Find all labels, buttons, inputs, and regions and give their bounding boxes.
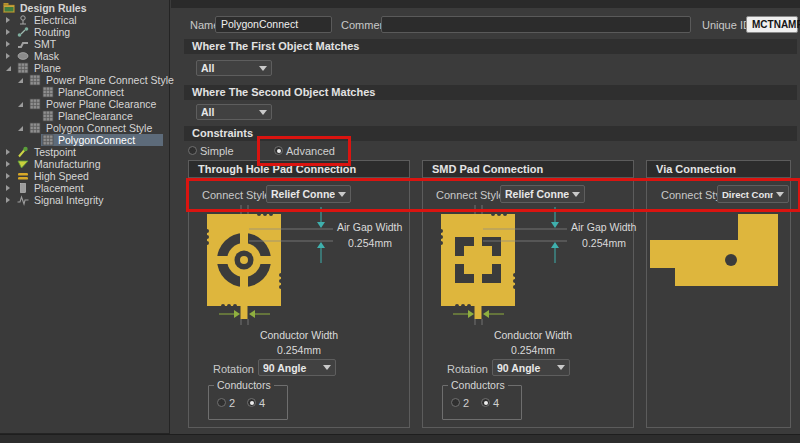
- tree-item-routing[interactable]: Routing: [0, 26, 169, 38]
- mode-radio-advanced-label: Advanced: [286, 144, 335, 158]
- tree-expand-arrow-icon[interactable]: [6, 29, 10, 35]
- tree-item-label: Signal Integrity: [32, 194, 105, 206]
- rule-grid-icon: [29, 122, 41, 134]
- tree-item-label: Routing: [32, 26, 72, 38]
- connect-style-value: Direct Connect: [722, 189, 773, 200]
- conductors-radio-2-label: 2: [229, 396, 235, 410]
- air-gap-width-value: 0.254mm: [571, 237, 637, 249]
- air-gap-width-label: Air Gap Width: [571, 221, 643, 233]
- placement-icon: [17, 182, 29, 194]
- conductor-width-label: Conductor Width: [241, 329, 357, 341]
- tree-expand-arrow-icon[interactable]: [6, 17, 10, 23]
- rotation-dropdown[interactable]: 90 Angle: [492, 359, 570, 376]
- air-gap-width-label: Air Gap Width: [337, 221, 409, 233]
- connect-style-dropdown[interactable]: Relief Connect: [500, 185, 585, 203]
- tree-item-label: PlaneClearance: [56, 110, 135, 122]
- tree-item-polygon-connect-style[interactable]: Polygon Connect Style: [0, 122, 169, 134]
- comment-input[interactable]: [381, 16, 691, 33]
- design-rules-tree-panel: Design RulesElectricalRoutingSMTMaskPlan…: [0, 0, 170, 434]
- chevron-down-icon: [259, 66, 267, 71]
- rule-grid-icon: [42, 110, 54, 122]
- tree-item-high-speed[interactable]: High Speed: [0, 170, 169, 182]
- chevron-down-icon: [338, 192, 346, 197]
- constraints-header: Constraints: [184, 126, 797, 141]
- tree-item-polygonconnect[interactable]: PolygonConnect: [0, 134, 169, 146]
- conductors-radio-2[interactable]: [217, 398, 226, 407]
- tree-item-label: Polygon Connect Style: [44, 122, 154, 134]
- tree-item-placement[interactable]: Placement: [0, 182, 169, 194]
- smd-pad-preview: [431, 203, 577, 329]
- electrical-icon: [17, 14, 29, 26]
- conductor-width-value: 0.254mm: [241, 344, 357, 356]
- group-box-tht-pad: Through Hole Pad ConnectionConnect Style…: [188, 160, 410, 428]
- tree-item-planeconnect[interactable]: PlaneConnect: [0, 86, 169, 98]
- tree-expand-arrow-icon[interactable]: [18, 102, 23, 107]
- tree-expand-arrow-icon[interactable]: [6, 53, 10, 59]
- conductor-width-label: Conductor Width: [475, 329, 591, 341]
- unique-id-input[interactable]: MCTNAMFK: [746, 16, 798, 33]
- conductor-width-value: 0.254mm: [475, 344, 591, 356]
- group-box-via: Via ConnectionConnect StyleDirect Connec…: [646, 160, 791, 428]
- rotation-label: Rotation: [447, 362, 488, 376]
- first-object-scope-value: All: [201, 62, 256, 74]
- second-object-scope-value: All: [201, 106, 256, 118]
- bottom-strip: [0, 434, 800, 443]
- second-object-scope-dropdown[interactable]: All: [196, 104, 272, 120]
- tree-item-label: Electrical: [32, 14, 79, 26]
- mode-radio-advanced[interactable]: [274, 146, 283, 155]
- connect-style-dropdown[interactable]: Direct Connect: [717, 185, 789, 203]
- tree-item-power-plane-connect-style[interactable]: Power Plane Connect Style: [0, 74, 169, 86]
- folder-icon: [3, 2, 15, 14]
- tree-expand-arrow-icon[interactable]: [6, 173, 10, 179]
- testpoint-icon: [17, 146, 29, 158]
- high-speed-icon: [17, 170, 29, 182]
- plane-icon: [17, 62, 29, 74]
- conductors-radio-4[interactable]: [481, 398, 490, 407]
- tree-item-label: Power Plane Connect Style: [44, 74, 176, 86]
- group-box-smd-pad: SMD Pad ConnectionConnect StyleRelief Co…: [422, 160, 634, 428]
- tree-expand-arrow-icon[interactable]: [6, 66, 11, 71]
- second-object-matches-header: Where The Second Object Matches: [184, 85, 797, 100]
- conductors-radio-2[interactable]: [451, 398, 460, 407]
- tree-expand-arrow-icon[interactable]: [6, 185, 10, 191]
- tree-item-planeclearance[interactable]: PlaneClearance: [0, 110, 169, 122]
- tree-expand-arrow-icon[interactable]: [6, 197, 10, 203]
- tree-item-manufacturing[interactable]: Manufacturing: [0, 158, 169, 170]
- tree-item-plane[interactable]: Plane: [0, 62, 169, 74]
- tree-item-label: Design Rules: [18, 2, 89, 14]
- group-box-title: Through Hole Pad Connection: [189, 161, 409, 178]
- tree-item-label: Testpoint: [32, 146, 78, 158]
- smt-icon: [17, 38, 29, 50]
- conductors-radio-4[interactable]: [247, 398, 256, 407]
- conductors-label: Conductors: [448, 379, 508, 391]
- connect-style-dropdown[interactable]: Relief Connect: [266, 185, 351, 203]
- chevron-down-icon: [557, 365, 565, 370]
- rule-grid-icon: [42, 86, 54, 98]
- tree-item-signal-integrity[interactable]: Signal Integrity: [0, 194, 169, 206]
- connect-style-label: Connect Style: [436, 188, 504, 202]
- group-box-title: SMD Pad Connection: [423, 161, 633, 178]
- top-strip: [171, 0, 800, 8]
- tree-item-electrical[interactable]: Electrical: [0, 14, 169, 26]
- tree-expand-arrow-icon[interactable]: [6, 41, 10, 47]
- rule-grid-icon: [29, 98, 41, 110]
- rotation-dropdown[interactable]: 90 Angle: [258, 359, 336, 376]
- name-input[interactable]: PolygonConnect: [215, 16, 332, 33]
- tree-item-label: High Speed: [32, 170, 91, 182]
- tree-item-label: PlaneConnect: [56, 86, 126, 98]
- tree-expand-arrow-icon[interactable]: [6, 161, 10, 167]
- tree-expand-arrow-icon[interactable]: [18, 126, 23, 131]
- first-object-scope-dropdown[interactable]: All: [196, 60, 272, 76]
- chevron-down-icon: [572, 192, 580, 197]
- tree-expand-arrow-icon[interactable]: [6, 149, 10, 155]
- conductors-radio-4-label: 4: [259, 396, 265, 410]
- signal-integrity-icon: [17, 194, 29, 206]
- mode-radio-simple[interactable]: [188, 146, 197, 155]
- tree-expand-arrow-icon[interactable]: [18, 78, 23, 83]
- rule-grid-icon: [42, 134, 54, 146]
- tree-item-mask[interactable]: Mask: [0, 50, 169, 62]
- tree-item-testpoint[interactable]: Testpoint: [0, 146, 169, 158]
- tree-item-power-plane-clearance[interactable]: Power Plane Clearance: [0, 98, 169, 110]
- tree-item-smt[interactable]: SMT: [0, 38, 169, 50]
- tree-item-design-rules[interactable]: Design Rules: [0, 2, 169, 14]
